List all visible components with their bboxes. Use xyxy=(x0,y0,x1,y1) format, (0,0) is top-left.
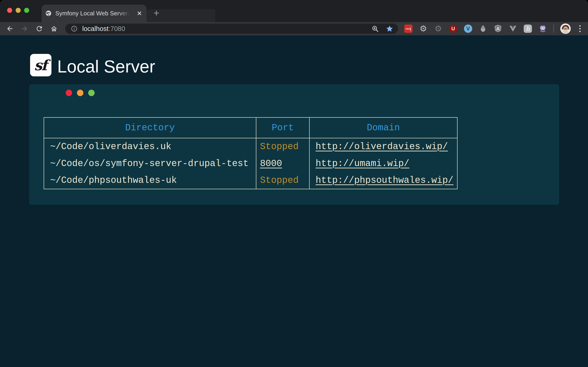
card-window-dots xyxy=(66,90,95,96)
plus-icon xyxy=(153,9,160,17)
vimium-letter: V xyxy=(466,26,470,32)
octocat-icon xyxy=(538,24,547,33)
vue-extension-icon[interactable] xyxy=(509,24,517,33)
server-card: Directory Port Domain ~/Code/oliverdavie… xyxy=(29,84,559,205)
drupal-droplet-icon xyxy=(479,24,487,33)
domain-link[interactable]: http://umami.wip/ xyxy=(316,158,409,169)
card-dot-green xyxy=(88,90,95,96)
column-header-port: Port xyxy=(256,117,309,138)
table-header-row: Directory Port Domain xyxy=(44,117,457,138)
port-cell: 8000 xyxy=(256,155,309,172)
servers-table: Directory Port Domain ~/Code/oliverdavie… xyxy=(44,117,458,189)
angular-extension-icon[interactable]: A xyxy=(493,24,502,33)
page-content: sf Local Server Directory Port xyxy=(0,35,588,367)
port-status: Stopped xyxy=(260,175,299,186)
gear-dim-extension-icon[interactable]: ⚙ xyxy=(434,24,443,33)
table-row: ~/Code/os/symfony-server-drupal-test 800… xyxy=(44,155,457,172)
column-header-domain: Domain xyxy=(309,117,457,138)
port-cell: Stopped xyxy=(256,138,309,155)
extensions-area: •••| ⚙ ⚙ U V xyxy=(404,23,583,34)
url-host: localhost xyxy=(82,25,108,32)
bookmark-star-icon[interactable] xyxy=(386,25,393,33)
vimium-extension-icon[interactable]: V xyxy=(464,24,473,33)
directory-cell: ~/Code/os/symfony-server-drupal-test xyxy=(44,155,256,172)
browser-tab[interactable]: Symfony Local Web Server: Prox xyxy=(42,5,147,22)
url-bar[interactable]: localhost:7080 xyxy=(65,24,398,34)
symfony-logo: sf xyxy=(30,54,52,76)
h-letter: h xyxy=(526,25,530,32)
angular-letter: A xyxy=(493,24,502,33)
vue-chevron-icon xyxy=(509,24,517,33)
profile-avatar[interactable] xyxy=(560,23,571,34)
toolbar-divider xyxy=(553,25,554,33)
browser-window: Symfony Local Web Server: Prox xyxy=(0,0,588,367)
site-info-icon[interactable] xyxy=(71,25,78,32)
menu-dot xyxy=(579,31,581,32)
home-button-icon[interactable] xyxy=(50,25,58,33)
ublock-extension-icon[interactable]: U xyxy=(449,24,458,33)
url-port: :7080 xyxy=(108,25,125,32)
back-button-icon[interactable] xyxy=(6,25,14,33)
window-zoom-button[interactable] xyxy=(24,8,29,13)
window-close-button[interactable] xyxy=(7,8,12,13)
globe-favicon-icon xyxy=(45,10,52,17)
port-status: Stopped xyxy=(260,142,299,152)
page-title: Local Server xyxy=(57,56,155,76)
card-dot-red xyxy=(66,90,72,96)
tab-strip: Symfony Local Web Server: Prox xyxy=(0,0,588,22)
gear-glyph: ⚙ xyxy=(420,25,427,33)
gear-dim-glyph: ⚙ xyxy=(435,25,442,33)
ublock-letter: U xyxy=(451,26,455,32)
browser-menu-button[interactable] xyxy=(577,24,583,33)
column-header-directory: Directory xyxy=(44,117,256,138)
tab-close-icon[interactable] xyxy=(137,10,142,16)
lastpass-glyph: •••| xyxy=(406,27,411,31)
domain-link[interactable]: http://oliverdavies.wip/ xyxy=(316,142,448,152)
window-minimize-button[interactable] xyxy=(16,8,21,13)
table-row: ~/Code/phpsouthwales-uk Stopped http://p… xyxy=(44,172,457,189)
avatar-image xyxy=(560,23,571,34)
menu-dot xyxy=(579,25,581,27)
port-cell: Stopped xyxy=(256,172,309,189)
gear-extension-icon[interactable]: ⚙ xyxy=(419,24,428,33)
domain-cell: http://phpsouthwales.wip/ xyxy=(309,172,457,189)
browser-toolbar: localhost:7080 •••| ⚙ ⚙ U xyxy=(0,22,588,35)
zoom-level-icon[interactable] xyxy=(372,25,379,32)
reload-button-icon[interactable] xyxy=(35,25,43,33)
new-tab-button[interactable] xyxy=(151,8,162,19)
directory-cell: ~/Code/phpsouthwales-uk xyxy=(44,172,256,189)
symfony-logo-glyph: sf xyxy=(34,57,48,74)
table-row: ~/Code/oliverdavies.uk Stopped http://ol… xyxy=(44,138,457,155)
tab-title: Symfony Local Web Server: Prox xyxy=(55,10,131,17)
drupal-extension-icon[interactable] xyxy=(479,24,487,33)
menu-dot xyxy=(579,28,581,29)
domain-cell: http://oliverdavies.wip/ xyxy=(309,138,457,155)
url-text[interactable]: localhost:7080 xyxy=(82,25,125,33)
lastpass-extension-icon[interactable]: •••| xyxy=(404,24,413,33)
domain-cell: http://umami.wip/ xyxy=(309,155,457,172)
directory-cell: ~/Code/oliverdavies.uk xyxy=(44,138,256,155)
h-extension-icon[interactable]: h xyxy=(523,24,532,33)
forward-button-icon[interactable] xyxy=(21,25,28,33)
octocat-extension-icon[interactable] xyxy=(538,24,547,33)
port-link[interactable]: 8000 xyxy=(260,158,282,169)
card-dot-orange xyxy=(77,90,83,96)
domain-link[interactable]: http://phpsouthwales.wip/ xyxy=(316,175,453,186)
